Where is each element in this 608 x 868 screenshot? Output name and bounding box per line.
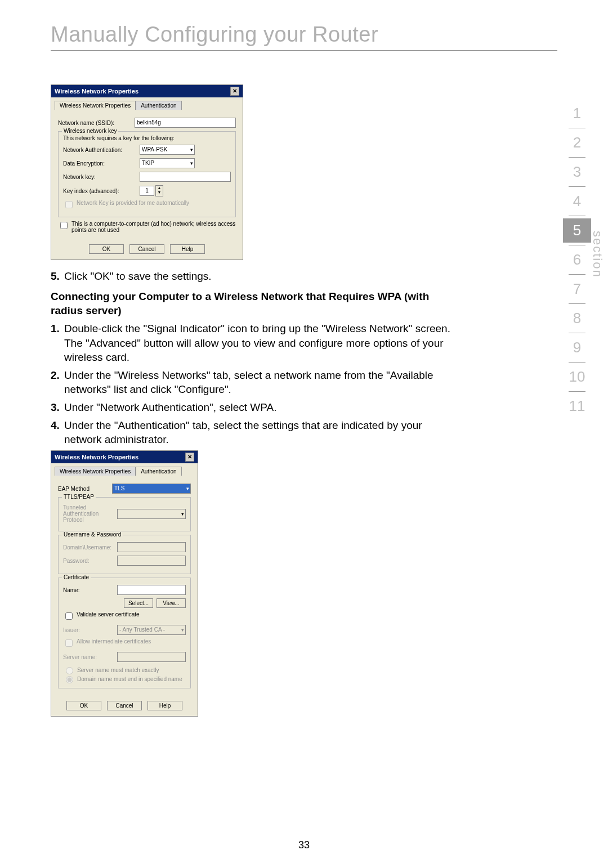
allow-checkbox <box>65 639 73 647</box>
keyidx-spinner[interactable]: 1 ▲▼ <box>140 185 163 196</box>
auth-label: Network Authentication: <box>63 147 136 153</box>
tab-wireless-properties[interactable]: Wireless Network Properties <box>55 101 136 110</box>
name-label: Name: <box>63 587 114 593</box>
step2-text: Under the "Wireless Networks" tab, selec… <box>64 368 456 397</box>
section-6: 6 <box>563 248 591 272</box>
tunneled-label: Tunneled Authentication Protocol <box>63 504 114 523</box>
close-icon[interactable]: ✕ <box>185 453 194 462</box>
issuer-select: - Any Trusted CA - <box>117 625 186 635</box>
section-4: 4 <box>563 189 591 213</box>
step4-text: Under the "Authentication" tab, select t… <box>64 418 456 447</box>
instructions: 5.Click "OK" to save the settings. Conne… <box>51 269 456 447</box>
cert-legend: Certificate <box>62 574 91 580</box>
radio-exact <box>66 667 73 674</box>
adhoc-checkbox[interactable] <box>60 222 68 229</box>
tab-authentication[interactable]: Authentication <box>136 101 181 110</box>
section-1: 1 <box>563 101 591 126</box>
wireless-properties-dialog-1: Wireless Network Properties ✕ Wireless N… <box>51 84 243 260</box>
wnk-desc: This network requires a key for the foll… <box>63 135 231 141</box>
section-2: 2 <box>563 131 591 155</box>
subheading: Connecting your Computer to a Wireless N… <box>51 289 456 318</box>
section-10: 10 <box>563 365 591 389</box>
title-underline <box>51 50 557 51</box>
ok-button[interactable]: OK <box>66 701 101 710</box>
tab-wireless-properties[interactable]: Wireless Network Properties <box>55 467 136 476</box>
enc-select[interactable]: TKIP <box>140 158 195 168</box>
section-3: 3 <box>563 160 591 184</box>
server-input <box>117 652 186 662</box>
dialog2-title: Wireless Network Properties <box>55 454 138 460</box>
page-title: Manually Configuring your Router <box>51 23 557 47</box>
keyidx-label: Key index (advanced): <box>63 188 136 194</box>
page-number: 33 <box>0 839 608 851</box>
close-icon[interactable]: ✕ <box>230 87 239 96</box>
ttls-legend: TTLS/PEAP <box>62 494 96 500</box>
server-label: Server name: <box>63 654 114 660</box>
auto-key-label: Network Key is provided for me automatic… <box>77 200 189 206</box>
section-nav: 1 2 3 4 5 6 7 8 9 10 11 <box>563 101 591 418</box>
allow-label: Allow intermediate certificates <box>77 638 151 645</box>
wnk-legend: Wireless network key <box>62 128 118 134</box>
tunneled-select <box>117 509 186 519</box>
ssid-input[interactable]: belkin54g <box>135 118 236 128</box>
cancel-button[interactable]: Cancel <box>129 244 164 254</box>
section-11: 11 <box>563 394 591 418</box>
userpw-legend: Username & Password <box>62 531 123 538</box>
radio-end-label: Domain name must end in specified name <box>77 676 182 682</box>
wireless-properties-dialog-2: Wireless Network Properties ✕ Wireless N… <box>51 450 198 717</box>
help-button[interactable]: Help <box>170 244 205 254</box>
validate-label: Validate server certificate <box>77 611 140 618</box>
enc-label: Data Encryption: <box>63 160 136 167</box>
eap-select[interactable]: TLS <box>112 484 191 494</box>
section-5: 5 <box>563 218 591 243</box>
section-label: section <box>590 231 605 278</box>
dialog1-title: Wireless Network Properties <box>55 88 138 95</box>
adhoc-label: This is a computer-to-computer (ad hoc) … <box>71 221 236 233</box>
domain-label: Domain\Username: <box>63 544 114 551</box>
eap-label: EAP Method <box>58 486 109 492</box>
step3-text: Under "Network Authentication", select W… <box>64 400 456 415</box>
section-8: 8 <box>563 306 591 330</box>
step5-text: Click "OK" to save the settings. <box>64 269 456 284</box>
key-input[interactable] <box>140 172 231 182</box>
ssid-label: Network name (SSID): <box>58 120 131 126</box>
domain-input <box>117 542 186 552</box>
ok-button[interactable]: OK <box>89 244 124 254</box>
auto-key-checkbox <box>65 201 73 208</box>
key-label: Network key: <box>63 174 136 180</box>
auth-select[interactable]: WPA-PSK <box>140 145 195 155</box>
help-button[interactable]: Help <box>147 701 182 710</box>
radio-exact-label: Server name must match exactly <box>77 667 159 673</box>
cert-name-input[interactable] <box>117 585 186 595</box>
cancel-button[interactable]: Cancel <box>107 701 142 710</box>
radio-end <box>66 676 73 683</box>
section-7: 7 <box>563 277 591 301</box>
password-label: Password: <box>63 558 114 564</box>
step1-text: Double-click the "Signal Indicator" icon… <box>64 321 456 365</box>
password-input <box>117 556 186 566</box>
validate-checkbox[interactable] <box>65 612 73 620</box>
view-button[interactable]: View... <box>157 598 186 608</box>
select-button[interactable]: Select... <box>124 598 153 608</box>
section-9: 9 <box>563 335 591 360</box>
issuer-label: Issuer: <box>63 627 114 633</box>
tab-authentication[interactable]: Authentication <box>136 467 181 476</box>
